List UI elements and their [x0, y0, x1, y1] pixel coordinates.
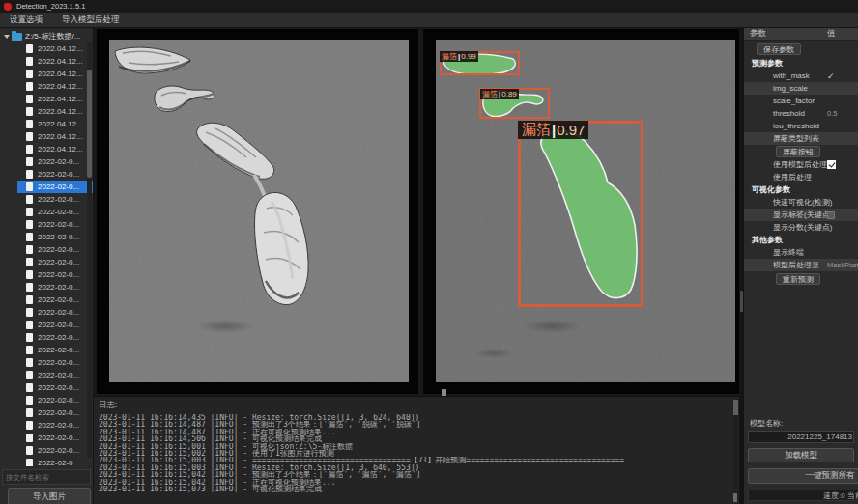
param-row-model-post-processor[interactable]: 模型后处理器 MaskPostPro: [744, 259, 858, 271]
original-image-panel[interactable]: [97, 29, 418, 394]
log-resize-grip[interactable]: [733, 493, 737, 502]
file-icon: [26, 82, 33, 91]
center-area: 漏箔|0.99 漏箔|0.89 漏箔|0.97 日志:: [94, 28, 739, 504]
param-row-img-scale[interactable]: img_scale: [744, 82, 858, 95]
tree-item[interactable]: 2022.04.12...: [0, 105, 93, 118]
tree-item[interactable]: 2022-02-0...: [0, 419, 93, 432]
checkbox-empty-icon[interactable]: [827, 211, 835, 219]
tree-item[interactable]: 2022-02-0...: [0, 394, 93, 406]
file-icon: [26, 208, 33, 216]
tree-item[interactable]: 2022-02-0...: [0, 344, 93, 356]
file-icon: [26, 308, 33, 317]
tree-scrollbar-thumb[interactable]: [87, 70, 92, 178]
import-images-button[interactable]: 导入图片: [8, 488, 91, 504]
tree-item-label: 2022.04.12...: [38, 132, 83, 141]
tree-item[interactable]: 2022.04.12...: [0, 143, 93, 155]
menu-bar: 设置选项 导入模型后处理: [0, 13, 858, 28]
file-icon: [26, 358, 33, 367]
file-icon: [26, 371, 33, 379]
param-row-use-model-post[interactable]: 使用模型后处理: [744, 158, 858, 171]
predict-all-button[interactable]: 一键预测所有: [748, 468, 858, 484]
prediction-image-panel[interactable]: 漏箔|0.99 漏箔|0.89 漏箔|0.97: [423, 29, 745, 394]
tree-item[interactable]: 2022-02-0...: [0, 243, 93, 256]
tree-scrollbar[interactable]: [87, 42, 92, 458]
params-header-name: 参数: [750, 28, 766, 40]
tree-item-label: 2022-02-0...: [38, 295, 79, 304]
tree-item[interactable]: 2022-02-0...: [17, 181, 93, 193]
splitter-grip[interactable]: [740, 291, 743, 312]
tree-item[interactable]: 2022.04.12...: [0, 130, 93, 143]
tree-item[interactable]: 2022-02-0...: [0, 256, 93, 268]
log-scrollbar-thumb[interactable]: [733, 400, 738, 415]
tree-item[interactable]: 2022-02-0...: [0, 306, 93, 319]
tree-item[interactable]: 2022-02-0...: [0, 206, 93, 218]
model-name-label: 模型名称:: [744, 418, 858, 428]
menu-settings[interactable]: 设置选项: [0, 14, 52, 26]
model-name-field[interactable]: 20221225_174813: [748, 431, 854, 443]
param-row-threshold[interactable]: threshold 0.5: [744, 107, 858, 120]
re-predict-button[interactable]: 重新预测: [776, 273, 820, 285]
tree-item[interactable]: 2022-02-0...: [0, 319, 93, 331]
tree-item-label: 2022-02-0...: [38, 270, 79, 279]
menu-import-model-post[interactable]: 导入模型后处理: [52, 14, 129, 26]
tree-item[interactable]: 2022.04.12...: [0, 93, 93, 105]
log-header: 日志:: [99, 400, 739, 411]
tree-item[interactable]: 2022-02-0...: [0, 381, 93, 394]
file-icon: [26, 120, 33, 128]
tree-item[interactable]: 2022-02-0...: [0, 406, 93, 419]
tree-item[interactable]: 2022-02-0...: [0, 369, 93, 381]
file-icon: [26, 195, 33, 204]
checkbox-checked-icon[interactable]: [827, 160, 836, 169]
file-icon: [26, 95, 33, 103]
tree-item[interactable]: 2022.04.12...: [0, 68, 93, 80]
tree-item-label: 2022.04.12...: [38, 145, 83, 154]
tree-item-label: 2022.04.12...: [38, 70, 83, 78]
tree-item[interactable]: 2022.04.12...: [0, 42, 93, 55]
tree-root-folder[interactable]: Z:/5-标注数据/...: [0, 30, 93, 42]
params-panel: 参数 值 保存参数 预测参数 with_mask ✓ img_scale sca…: [744, 28, 858, 504]
tree-item[interactable]: 2022-02-0...: [0, 331, 93, 344]
tree-item-label: 2022.04.12...: [38, 95, 83, 103]
tree-item[interactable]: 2022-02-0...: [0, 432, 93, 444]
tree-item[interactable]: 2022-02-0...: [0, 268, 93, 281]
tree-item[interactable]: 2022-02-0...: [0, 218, 93, 231]
log-line: 2023-01-11 16:16:15,073 |INFO| - 可视化预测结果…: [99, 486, 739, 492]
load-model-button[interactable]: 加载模型: [748, 448, 854, 462]
app-window: Detection_2023.1.5.1 设置选项 导入模型后处理 Z:/5-标…: [0, 0, 858, 504]
tree-item[interactable]: 2022.04.12...: [0, 118, 93, 130]
param-row-quick-vis[interactable]: 快速可视化(检测): [744, 196, 858, 209]
param-row-show-label[interactable]: 显示标签(关键点): [744, 209, 858, 221]
file-icon: [26, 408, 33, 417]
tree-item[interactable]: 2022-02-0...: [0, 356, 93, 369]
tree-item-label: 2022-02-0...: [38, 346, 79, 354]
detection-label-1: 漏箔|0.99: [440, 51, 478, 62]
mask-button[interactable]: 屏蔽按钮: [776, 146, 820, 157]
tree-item-label: 2022.04.12...: [38, 57, 83, 66]
param-row-mask-type-list[interactable]: 屏蔽类型列表: [744, 132, 858, 145]
tree-item[interactable]: 2022-02-0...: [0, 168, 93, 181]
param-row-show-terminal[interactable]: 显示终端: [744, 246, 858, 259]
save-params-button[interactable]: 保存参数: [757, 43, 801, 55]
param-row-scale-factor[interactable]: scale_factor: [744, 95, 858, 107]
tree-item[interactable]: 2022-02-0...: [0, 155, 93, 168]
tree-item[interactable]: 2022-02-0...: [0, 294, 93, 306]
tree-item[interactable]: 2022-02-0...: [0, 231, 93, 243]
tree-item-label: 2022-02-0...: [38, 446, 79, 455]
param-row-use-post[interactable]: 使用后处理: [744, 171, 858, 183]
tree-item[interactable]: 2022-02-0...: [0, 444, 93, 457]
file-icon: [26, 333, 33, 342]
tree-item-label: 2022-02-0...: [38, 421, 79, 430]
file-icon: [26, 383, 33, 392]
tree-item[interactable]: 2022.04.12...: [0, 80, 93, 93]
tree-item[interactable]: 2022-02-0...: [0, 281, 93, 294]
log-scrollbar[interactable]: [733, 399, 738, 499]
filename-filter-input[interactable]: [2, 469, 91, 485]
param-row-with-mask[interactable]: with_mask ✓: [744, 70, 858, 82]
tree-item[interactable]: 2022-02-0...: [0, 193, 93, 206]
expander-icon[interactable]: [4, 35, 10, 39]
param-row-show-score[interactable]: 显示分数(关键点): [744, 221, 858, 234]
param-row-iou-threshold[interactable]: iou_threshold: [744, 120, 858, 132]
tree-item[interactable]: 2022-02-0: [0, 457, 93, 466]
log-panel: 日志: 2023-01-11 16:16:14,435 |INFO| - Res…: [94, 396, 739, 504]
tree-item[interactable]: 2022.04.12...: [0, 55, 93, 68]
